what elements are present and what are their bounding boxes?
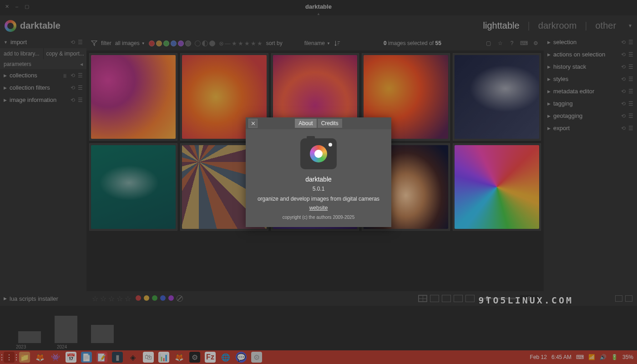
color-purple-icon[interactable] [178,40,184,46]
filter-selector[interactable]: all images ▼ [115,40,145,46]
boxes-icon[interactable]: ◈ [127,352,138,363]
preview-view-icon[interactable] [465,295,475,302]
culling-view-icon[interactable] [442,295,451,302]
star-icon[interactable]: ☆ [125,294,131,303]
circle-icon[interactable] [195,40,201,46]
culling-dynamic-icon[interactable] [454,295,463,302]
filezilla-icon[interactable]: Fz [205,352,216,363]
reset-icon[interactable]: ⟲ [621,39,626,46]
reset-icon[interactable]: ⟲ [71,85,75,91]
color-yellow-icon[interactable] [156,40,162,46]
menu-icon[interactable]: ☰ [628,88,633,95]
add-to-library-button[interactable]: add to library... [0,48,44,59]
reject-icon[interactable]: ⊗ [219,40,224,47]
keyboard-icon[interactable]: ⌨ [576,354,584,360]
altered-filter[interactable] [195,40,215,46]
window-maximize-icon[interactable]: ▢ [24,3,30,10]
star-icon[interactable]: ★ [251,40,256,47]
panel-export[interactable]: ▶export⟲☰ [544,122,637,134]
star-icon[interactable]: ☆ [92,294,98,303]
parameters-row[interactable]: parameters ◀ [0,59,86,69]
view-darkroom-tab[interactable]: darkroom [538,20,576,31]
reset-icon[interactable]: ⟲ [621,76,626,82]
reset-icon[interactable]: ⟲ [621,101,626,107]
window-close-icon[interactable]: ✕ [4,3,10,10]
color-green-icon[interactable] [163,40,169,46]
reset-icon[interactable]: ⟲ [71,97,75,103]
panel-actions[interactable]: ▶actions on selection⟲☰ [544,48,637,61]
website-link[interactable]: website [253,205,384,211]
rating-stars[interactable]: ☆☆☆☆☆ [92,294,131,303]
document-icon[interactable]: 📄 [81,352,92,363]
menu-icon[interactable]: ☰ [628,51,633,58]
panel-collection-filters[interactable]: ▶ collection filters ⟲☰ [0,81,86,94]
reset-icon[interactable]: ⟲ [621,88,626,95]
half-circle-icon[interactable] [202,40,208,46]
dot-blue-icon[interactable] [160,295,166,301]
panel-selection[interactable]: ▶selection⟲☰ [544,36,637,48]
timeline-bar[interactable] [91,325,114,343]
panel-geotagging[interactable]: ▶geotagging⟲☰ [544,110,637,122]
star-icon[interactable]: ☆ [100,294,106,303]
reset-icon[interactable]: ⟲ [71,39,75,46]
color-grey-icon[interactable] [185,40,191,46]
color-red-icon[interactable] [149,40,155,46]
sort-direction-icon[interactable] [334,40,340,46]
view-lighttable-tab[interactable]: lighttable [483,20,520,31]
reset-icon[interactable]: ⟲ [621,125,626,131]
panel-collections[interactable]: ▶ collections ⫼⟲☰ [0,69,86,81]
collapse-icon[interactable] [625,295,632,302]
dot-yellow-icon[interactable] [144,295,149,301]
menu-icon[interactable]: ☰ [628,125,633,131]
star-icon[interactable]: ★ [238,40,243,47]
menu-icon[interactable]: ☰ [628,113,633,119]
star-icon[interactable]: ☆ [116,294,123,303]
menu-icon[interactable]: ☰ [78,85,83,91]
thumbnail[interactable] [89,53,177,141]
star-icon[interactable]: ★ [232,40,237,47]
view-dropdown-icon[interactable]: ▼ [628,23,632,28]
reset-icon[interactable]: ⟲ [621,51,626,58]
copy-import-button[interactable]: copy & import... [44,48,87,59]
settings-icon[interactable]: ⚙ [251,352,262,363]
tab-about[interactable]: About [295,119,316,128]
thumbnail[interactable] [89,143,177,231]
filter-icon[interactable] [91,40,97,46]
star-icon[interactable]: ☆ [108,294,115,303]
gimp-icon[interactable]: 🦊 [174,352,185,363]
star-icon[interactable]: ☆ [496,40,504,47]
battery-icon[interactable]: 🔋 [611,354,618,360]
view-other-tab[interactable]: other [596,20,617,31]
color-filter-circles[interactable] [149,40,191,46]
overlay-icon[interactable]: ▢ [485,40,492,47]
thumbnail[interactable] [453,53,541,141]
calendar-icon[interactable]: 📅 [66,352,76,363]
files-icon[interactable]: 📁 [19,352,30,363]
terminal-icon[interactable]: 👾 [50,352,61,363]
wifi-icon[interactable]: 📶 [588,354,595,360]
dot-green-icon[interactable] [152,295,157,301]
menu-icon[interactable]: ☰ [78,72,83,79]
taskbar-time[interactable]: 6:45 AM [551,354,571,360]
volume-icon[interactable]: 🔊 [600,354,607,360]
firefox-icon[interactable]: 🦊 [35,352,46,363]
reset-icon[interactable]: ⟲ [621,113,626,119]
window-minimize-icon[interactable]: – [14,3,20,10]
reset-icon[interactable]: ⟲ [621,64,626,70]
notes-icon[interactable]: 📝 [96,352,107,363]
thumbnail[interactable] [453,143,541,231]
star-icon[interactable]: ★ [244,40,250,47]
panel-import[interactable]: ▼ import ⟲☰ [0,36,86,48]
timeline-bar[interactable] [55,316,77,343]
dot-red-icon[interactable] [136,295,141,301]
menu-icon[interactable]: ☰ [78,39,83,46]
list-icon[interactable]: ⫼ [62,72,68,79]
preferences-icon[interactable]: ⚙ [532,40,539,47]
collapse-icon[interactable] [615,295,622,302]
chromium-icon[interactable]: 🌐 [220,352,231,363]
menu-icon[interactable]: ☰ [628,76,633,82]
steam-icon[interactable]: ⚙ [189,352,200,363]
close-icon[interactable]: ✕ [248,119,258,128]
dash-icon[interactable]: — [225,40,231,47]
star-icon[interactable]: ★ [257,40,263,47]
